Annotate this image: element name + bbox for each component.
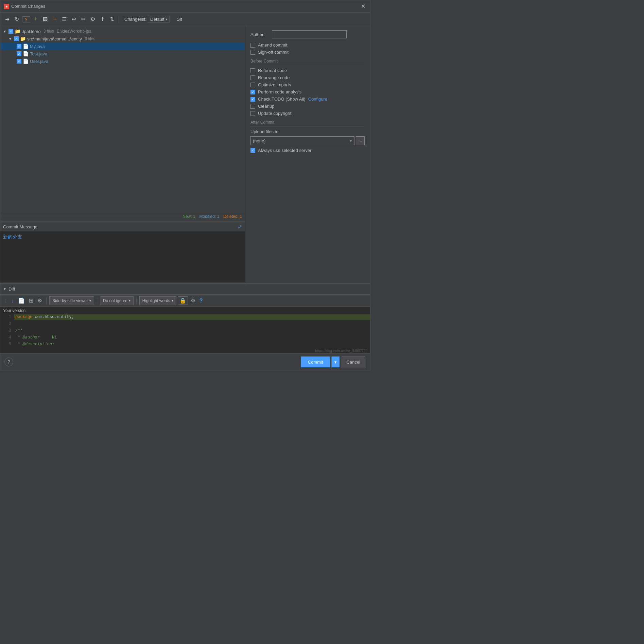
image-icon[interactable]: 🖼 — [41, 15, 49, 23]
ignore-chevron-icon: ▾ — [129, 299, 130, 302]
copyright-row[interactable]: Update copyright — [250, 111, 365, 116]
author-input[interactable] — [272, 30, 347, 38]
diff-help-button[interactable]: ? — [198, 297, 204, 305]
close-button[interactable]: ✕ — [360, 3, 367, 10]
highlight-dropdown[interactable]: Highlight words ▾ — [139, 296, 176, 305]
analyze-checkbox[interactable] — [250, 90, 255, 94]
amend-checkbox[interactable] — [250, 43, 255, 48]
settings-icon[interactable]: ⚙ — [89, 15, 97, 23]
rearrange-row[interactable]: Rearrange code — [250, 75, 365, 80]
tree-src[interactable]: ▼ 📁 src\main\java\com\d...\entity 3 file… — [0, 35, 245, 42]
configure-link[interactable]: Configure — [308, 97, 327, 102]
testjava-checkbox[interactable] — [17, 51, 21, 56]
viewer-dropdown[interactable]: Side-by-side viewer ▾ — [49, 296, 94, 305]
line-num-5: 5 — [0, 342, 14, 347]
edit-icon[interactable]: ✏ — [79, 15, 87, 23]
upload-more-button[interactable]: ··· — [356, 136, 365, 145]
file-stats: New: 1 Modified: 1 Deleted: 1 — [0, 213, 245, 220]
rearrange-checkbox[interactable] — [250, 75, 255, 80]
before-commit-header: Before Commit — [250, 59, 365, 65]
viewer-label: Side-by-side viewer — [52, 298, 88, 303]
diff-settings2-button[interactable]: ⚙ — [36, 296, 43, 305]
version-label: Your version — [0, 307, 370, 314]
java-file2-icon: 📄 — [23, 51, 29, 56]
code-line-5: 5 * @description: — [0, 342, 370, 348]
remove-icon[interactable]: − — [51, 15, 59, 24]
modified-stat: Modified: 1 — [199, 214, 220, 219]
project-checkbox[interactable] — [8, 29, 13, 34]
commit-message-expand-button[interactable]: ⤢ — [238, 224, 242, 230]
commit-message-label: Commit Message — [3, 224, 37, 229]
git-label: Git — [176, 17, 182, 22]
commit-message-input[interactable]: 新的分支 — [0, 231, 245, 282]
reformat-row[interactable]: Reformat code — [250, 68, 365, 73]
ignore-dropdown[interactable]: Do not ignore ▾ — [100, 296, 134, 305]
signoff-commit-row[interactable]: Sign-off commit — [250, 50, 365, 55]
cleanup-checkbox[interactable] — [250, 104, 255, 109]
reformat-label: Reformat code — [258, 68, 287, 73]
upload-value: (none) — [253, 138, 266, 143]
toolbar: ➜ ↻ ? + 🖼 − ☰ ↩ ✏ ⚙ ⬆ ⇅ Changelist: Defa… — [0, 13, 370, 26]
java-file3-icon: 📄 — [23, 58, 29, 64]
todo-label: Check TODO (Show All) — [258, 97, 306, 102]
always-use-checkbox[interactable] — [250, 148, 255, 153]
author-row: Author: — [250, 30, 365, 38]
code-line-4: 4 * @author Ni — [0, 335, 370, 342]
todo-row[interactable]: Check TODO (Show All) Configure — [250, 97, 365, 102]
arrow-icon[interactable]: ➜ — [3, 15, 11, 23]
reformat-checkbox[interactable] — [250, 68, 255, 73]
tree-project[interactable]: ▼ 📁 JpaDemo 3 files E:\ideaWork\hb-jpa — [0, 28, 245, 35]
add-icon[interactable]: + — [32, 15, 40, 24]
copyright-checkbox[interactable] — [250, 111, 255, 116]
upload-select[interactable]: (none) ▾ — [250, 136, 354, 145]
line-content-4: * @author Ni — [14, 335, 370, 340]
diff-header: ▼ Diff — [0, 284, 370, 295]
optimize-row[interactable]: Optimize imports — [250, 82, 365, 87]
collapse-src-icon: ▼ — [8, 37, 13, 41]
diff-toggle-icon[interactable]: ▼ — [3, 287, 6, 291]
list-icon[interactable]: ☰ — [60, 15, 68, 23]
diff-file-button[interactable]: 📄 — [17, 296, 26, 305]
cleanup-row[interactable]: Cleanup — [250, 104, 365, 109]
app-icon: ■ — [4, 4, 9, 9]
transfer-icon[interactable]: ⇅ — [108, 15, 116, 23]
signoff-checkbox[interactable] — [250, 50, 255, 55]
bottom-left: ? — [4, 358, 13, 366]
author-label: Author: — [250, 32, 269, 37]
src-path: src\main\java\com\d...\entity — [27, 36, 82, 41]
tree-file-my[interactable]: 📄 My.java — [0, 42, 245, 50]
optimize-checkbox[interactable] — [250, 83, 255, 87]
project-path: E:\ideaWork\hb-jpa — [57, 29, 91, 34]
myjava-checkbox[interactable] — [17, 44, 21, 49]
help-button[interactable]: ? — [4, 358, 13, 366]
diff-settings-button[interactable]: ⚙ — [189, 296, 197, 305]
always-use-row[interactable]: Always use selected server — [250, 148, 365, 153]
tree-file-test[interactable]: 📄 Test.java — [0, 50, 245, 57]
commit-button[interactable]: Commit — [301, 356, 330, 367]
prev-diff-button[interactable]: ↑ — [3, 297, 8, 305]
userjava-checkbox[interactable] — [17, 59, 21, 64]
todo-checkbox[interactable] — [250, 97, 255, 102]
next-diff-button[interactable]: ↓ — [10, 297, 15, 305]
amend-label: Amend commit — [258, 42, 288, 48]
analyze-row[interactable]: Perform code analysis — [250, 89, 365, 94]
undo-icon[interactable]: ↩ — [70, 15, 78, 23]
lock-icon[interactable]: 🔒 — [178, 296, 188, 305]
up-arrow-icon[interactable]: ⬆ — [98, 15, 106, 23]
cancel-button[interactable]: Cancel — [341, 356, 366, 367]
upload-label: Upload files to: — [250, 129, 365, 134]
title-bar-left: ■ Commit Changes — [4, 4, 45, 9]
src-checkbox[interactable] — [14, 36, 19, 41]
info-icon[interactable]: ? — [22, 16, 30, 22]
amend-commit-row[interactable]: Amend commit — [250, 42, 365, 48]
left-panel: ▼ 📁 JpaDemo 3 files E:\ideaWork\hb-jpa ▼… — [0, 26, 245, 283]
changelist-dropdown[interactable]: Default ▾ — [148, 16, 170, 23]
userjava-label: User.java — [30, 59, 48, 64]
testjava-label: Test.java — [30, 51, 47, 56]
commit-arrow-button[interactable]: ▾ — [331, 356, 340, 367]
bottom-right: Commit ▾ Cancel — [301, 356, 366, 367]
line-content-3: /** — [14, 328, 370, 333]
diff-side-button[interactable]: ⊞ — [28, 296, 35, 305]
tree-file-user[interactable]: 📄 User.java — [0, 57, 245, 65]
refresh-icon[interactable]: ↻ — [13, 15, 21, 23]
